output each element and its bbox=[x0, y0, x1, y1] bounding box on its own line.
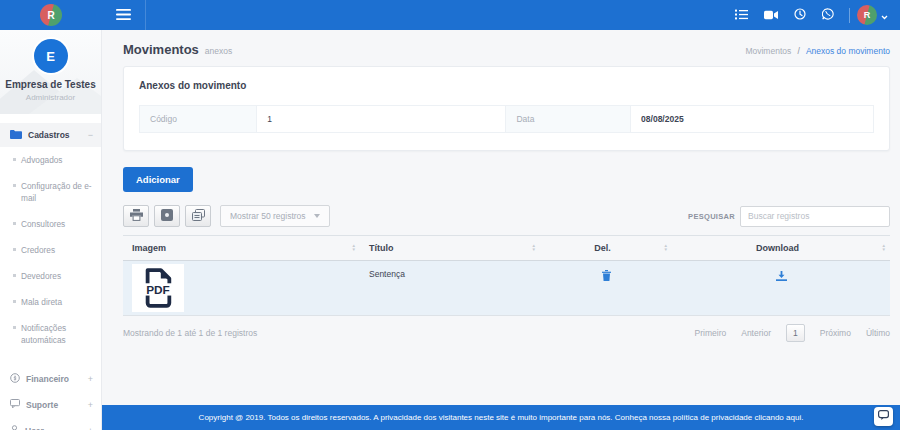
print-button[interactable] bbox=[123, 205, 149, 227]
user-icon bbox=[10, 425, 19, 430]
sidebar-item-label: Credores bbox=[21, 244, 55, 256]
sort-icon: ▲▼ bbox=[664, 244, 668, 252]
page-length-label: Mostrar 50 registros bbox=[230, 211, 306, 221]
cadastros-submenu: Advogados Configuração de e-mail Consult… bbox=[0, 147, 101, 353]
company-avatar[interactable]: E bbox=[34, 39, 68, 73]
table-header-row: Imagem ▲▼ Título ▲▼ Del. ▲▼ Download ▲▼ bbox=[123, 236, 890, 261]
breadcrumb-current[interactable]: Anexos do movimento bbox=[806, 46, 890, 56]
column-header-titulo[interactable]: Título ▲▼ bbox=[360, 236, 540, 261]
sidebar-item-credores[interactable]: Credores bbox=[0, 237, 101, 263]
pdf-file-icon: PDF bbox=[141, 267, 175, 309]
download-icon bbox=[776, 269, 787, 284]
pagination-page-1[interactable]: 1 bbox=[786, 324, 805, 342]
download-button[interactable] bbox=[776, 269, 787, 284]
chevron-down-icon bbox=[881, 8, 888, 23]
sidebar-item-mala-direta[interactable]: Mala direta bbox=[0, 289, 101, 315]
bullet-icon bbox=[13, 300, 16, 303]
sidebar-item-financeiro[interactable]: Financeiro + bbox=[0, 366, 101, 392]
hamburger-menu-button[interactable] bbox=[114, 0, 146, 30]
breadcrumb: Movimentos / Anexos do movimento bbox=[745, 46, 890, 56]
sidebar-item-suporte[interactable]: Suporte + bbox=[0, 392, 101, 418]
pagination: Primeiro Anterior 1 Próximo Último bbox=[695, 324, 890, 342]
chat-icon bbox=[10, 399, 20, 411]
sidebar-menu: Cadastros − Advogados Configuração de e-… bbox=[0, 114, 101, 430]
table-toolbar: Mostrar 50 registros PESQUISAR bbox=[123, 205, 890, 227]
sidebar-item-cadastros[interactable]: Cadastros − bbox=[0, 123, 101, 147]
expand-indicator: + bbox=[88, 400, 93, 410]
chat-widget-button[interactable] bbox=[874, 407, 893, 426]
pdf-export-button[interactable] bbox=[185, 205, 211, 227]
sidebar-item-configuracao-email[interactable]: Configuração de e-mail bbox=[0, 173, 101, 211]
coin-icon bbox=[10, 373, 20, 385]
history-button[interactable] bbox=[786, 4, 814, 27]
table-meta: Mostrando de 1 até 1 de 1 registros Prim… bbox=[123, 324, 890, 342]
column-header-del[interactable]: Del. ▲▼ bbox=[540, 236, 672, 261]
whatsapp-button[interactable] bbox=[814, 4, 842, 27]
pagination-first[interactable]: Primeiro bbox=[695, 328, 727, 338]
column-header-imagem[interactable]: Imagem ▲▼ bbox=[123, 236, 360, 261]
bullet-icon bbox=[13, 248, 16, 251]
search-input[interactable] bbox=[740, 206, 890, 227]
cell-del bbox=[540, 261, 672, 316]
user-menu-button[interactable]: R bbox=[857, 5, 888, 25]
clock-icon bbox=[794, 8, 806, 23]
main-content: Movimentos anexos Movimentos / Anexos do… bbox=[102, 30, 900, 405]
records-info: Mostrando de 1 até 1 de 1 registros bbox=[123, 328, 257, 338]
page-length-select[interactable]: Mostrar 50 registros bbox=[220, 205, 330, 227]
bullet-icon bbox=[13, 184, 16, 187]
column-label: Título bbox=[369, 243, 394, 253]
sidebar-item-label: Notificações automáticas bbox=[21, 322, 97, 346]
sidebar-item-devedores[interactable]: Devedores bbox=[0, 263, 101, 289]
caret-down-icon bbox=[314, 214, 320, 218]
sidebar-item-label: Configuração de e-mail bbox=[21, 180, 97, 204]
sidebar-item-consultores[interactable]: Consultores bbox=[0, 211, 101, 237]
breadcrumb-parent[interactable]: Movimentos bbox=[745, 46, 791, 56]
search-area: PESQUISAR bbox=[688, 206, 890, 227]
sidebar-item-label: User bbox=[25, 426, 44, 430]
copy-pages-icon bbox=[192, 209, 205, 224]
page-subtitle: anexos bbox=[205, 46, 232, 56]
topbar-main: R bbox=[102, 0, 900, 30]
app-root: R bbox=[0, 0, 900, 430]
bullet-icon bbox=[13, 274, 16, 277]
whatsapp-icon bbox=[822, 8, 834, 23]
expand-indicator: + bbox=[88, 426, 93, 430]
column-label: Del. bbox=[594, 243, 611, 253]
breadcrumb-separator: / bbox=[798, 46, 800, 56]
brand-logo-icon: R bbox=[40, 4, 62, 26]
sidebar-item-notificacoes-automaticas[interactable]: Notificações automáticas bbox=[0, 315, 101, 353]
tasks-button[interactable] bbox=[727, 4, 756, 27]
sidebar-item-label: Advogados bbox=[21, 154, 63, 166]
brand-logo[interactable]: R bbox=[0, 0, 102, 30]
codigo-label: Código bbox=[140, 106, 257, 132]
sidebar-item-label: Devedores bbox=[21, 270, 61, 282]
pdf-thumbnail[interactable]: PDF bbox=[132, 264, 184, 312]
topbar-divider bbox=[849, 8, 850, 23]
cell-download bbox=[672, 261, 890, 316]
excel-export-button[interactable] bbox=[154, 205, 180, 227]
pagination-last[interactable]: Último bbox=[866, 328, 890, 338]
footer: Copyright @ 2019. Todos os direitos rese… bbox=[102, 405, 900, 430]
column-header-download[interactable]: Download ▲▼ bbox=[672, 236, 890, 261]
topbar: R bbox=[0, 0, 900, 30]
company-role: Administrador bbox=[0, 93, 101, 102]
sidebar-item-label: Consultores bbox=[21, 218, 65, 230]
copyright-text: Copyright @ 2019. Todos os direitos rese… bbox=[199, 413, 804, 422]
movement-info-table: Código 1 Data 08/08/2025 bbox=[139, 105, 874, 133]
pagination-next[interactable]: Próximo bbox=[820, 328, 851, 338]
video-call-button[interactable] bbox=[756, 4, 786, 27]
folder-icon bbox=[10, 129, 22, 141]
codigo-value: 1 bbox=[257, 106, 506, 132]
table-row: PDF Sentença bbox=[123, 261, 890, 316]
sidebar-item-advogados[interactable]: Advogados bbox=[0, 147, 101, 173]
sidebar-item-user[interactable]: User + bbox=[0, 418, 101, 430]
card-title: Anexos do movimento bbox=[139, 80, 874, 91]
sort-icon: ▲▼ bbox=[882, 244, 886, 252]
pdf-label: PDF bbox=[146, 283, 170, 297]
add-button[interactable]: Adicionar bbox=[123, 167, 193, 192]
pagination-prev[interactable]: Anterior bbox=[741, 328, 771, 338]
delete-button[interactable] bbox=[602, 269, 611, 284]
sidebar-item-label: Mala direta bbox=[21, 296, 62, 308]
sidebar-item-label: Financeiro bbox=[26, 374, 69, 384]
collapse-indicator: − bbox=[88, 130, 93, 140]
